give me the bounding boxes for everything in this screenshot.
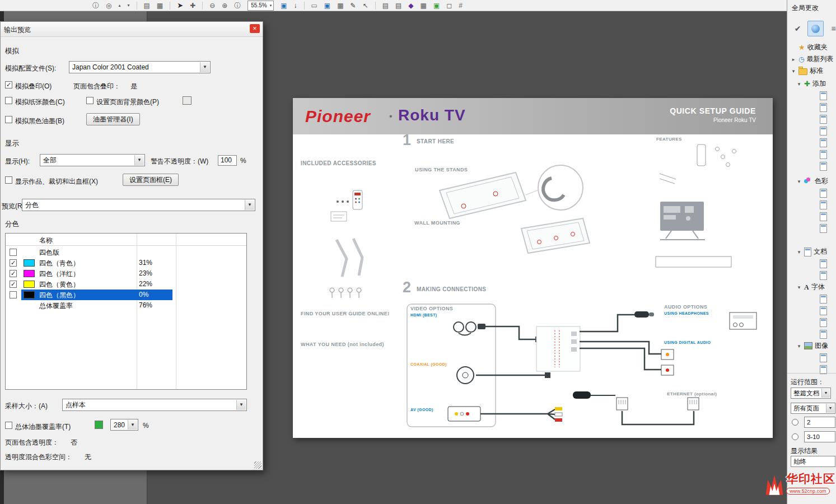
plate-checkbox[interactable] <box>10 291 17 298</box>
tree-sub-item[interactable] <box>787 148 836 160</box>
set-background-color-checkbox[interactable] <box>86 97 94 104</box>
page-range-radio-2[interactable] <box>792 433 798 440</box>
grid-view-icon[interactable]: ▦ <box>337 2 343 9</box>
tree-sub-item[interactable] <box>787 222 836 234</box>
text-select-icon[interactable]: ▭ <box>311 2 317 9</box>
measure-icon[interactable]: # <box>459 2 463 9</box>
collapse-arrow-icon[interactable]: ▾ <box>796 179 802 184</box>
tree-item-add[interactable]: ▾ ✚ 添加 <box>787 78 836 90</box>
collapse-arrow-icon[interactable]: ▾ <box>796 81 802 87</box>
simulate-black-ink-checkbox[interactable] <box>5 116 12 123</box>
target-icon[interactable]: ◎ <box>106 2 111 9</box>
tree-item-font[interactable]: ▾ A 字体 <box>787 281 836 293</box>
tree-sub-item[interactable] <box>787 328 836 340</box>
tree-sub-item[interactable] <box>787 125 836 137</box>
global-changes-button[interactable] <box>807 21 824 36</box>
tree-item-document[interactable]: ▾ 文档 <box>787 246 836 258</box>
collapse-arrow-icon[interactable]: ▾ <box>791 68 796 74</box>
undo-arrow-icon[interactable]: ↖ <box>363 2 368 9</box>
single-page-icon[interactable]: ▤ <box>144 2 150 9</box>
background-color-swatch[interactable] <box>183 96 192 105</box>
down-arrow-icon[interactable]: ↓ <box>294 2 297 9</box>
stamp-icon[interactable]: ◆ <box>408 2 413 9</box>
page-range-radio-1[interactable] <box>792 419 798 426</box>
tree-sub-item[interactable] <box>787 316 836 328</box>
tree-sub-item[interactable] <box>787 187 836 199</box>
set-page-boxes-button[interactable]: 设置页面框(E) <box>123 174 179 186</box>
tree-sub-item[interactable] <box>787 199 836 211</box>
show-results-select[interactable]: 始终 <box>791 456 835 467</box>
tree-sub-item[interactable] <box>787 90 836 101</box>
preview-mode-select[interactable]: 分色 ▼ <box>22 199 255 211</box>
total-ink-coverage-checkbox[interactable] <box>5 422 12 429</box>
separation-row[interactable]: 四色版 <box>6 247 246 258</box>
tree-sub-item[interactable] <box>787 293 836 305</box>
select-cursor-icon[interactable]: ➤ <box>177 2 183 9</box>
tree-item-color[interactable]: ▾ 色彩 <box>787 175 836 187</box>
tree-sub-item[interactable] <box>787 352 836 363</box>
expand-arrow-icon[interactable]: ▸ <box>791 57 796 62</box>
tree-sub-item[interactable] <box>787 211 836 222</box>
pages-select[interactable]: 所有页面 ▼ <box>791 403 835 414</box>
scroll-down-icon[interactable]: ▾ <box>128 3 130 8</box>
info-icon[interactable]: ⓘ <box>92 2 99 9</box>
page-range-input-1[interactable]: 2 <box>804 417 835 428</box>
document-icon[interactable]: ▤ <box>382 2 389 9</box>
comment-icon[interactable]: ◻ <box>446 2 452 9</box>
tree-sub-item[interactable] <box>787 160 836 172</box>
separation-row[interactable]: ✓ 四色（青色） 31% <box>6 258 246 268</box>
hand-tool-icon[interactable]: ✚ <box>190 2 195 9</box>
tree-item-standard[interactable]: ▾ 标准 <box>787 65 836 77</box>
tree-sub-item[interactable] <box>787 113 836 125</box>
tree-sub-item[interactable] <box>787 101 836 113</box>
sample-size-select[interactable]: 点样本 ▼ <box>62 399 247 411</box>
show-boxes-checkbox[interactable] <box>5 176 12 184</box>
collapse-arrow-icon[interactable]: ▾ <box>796 249 802 255</box>
plate-checkbox[interactable] <box>10 249 17 256</box>
separations-table[interactable]: 名称 四色版 ✓ 四色（青色） 31% ✓ 四色（洋红） 23% ✓ 四色（黄色… <box>5 233 247 390</box>
help-icon[interactable]: ⓘ <box>234 2 241 9</box>
tree-item-image[interactable]: ▾ 图像 <box>787 340 836 352</box>
collapse-arrow-icon[interactable]: ▾ <box>796 284 802 290</box>
page-fit-icon[interactable]: ▣ <box>281 2 287 9</box>
ink-warning-color-swatch[interactable] <box>95 421 103 429</box>
two-page-icon[interactable]: ▦ <box>157 2 163 9</box>
zoom-spinner-icon[interactable]: ▾ <box>270 3 272 7</box>
color-swatch-icon[interactable]: ▣ <box>433 2 440 9</box>
separation-row[interactable]: ✓ 四色（黄色） 22% <box>6 279 246 290</box>
snapshot-icon[interactable]: ▣ <box>324 2 330 9</box>
total-ink-value-select[interactable]: 280 ▼ <box>110 419 138 431</box>
scroll-up-icon[interactable]: ▴ <box>118 3 120 8</box>
simulate-overprint-checkbox[interactable]: ✓ <box>5 81 12 88</box>
page-range-input-2[interactable]: 3-10 <box>804 431 835 442</box>
simulation-profile-select[interactable]: Japan Color 2001 Coated ▼ <box>69 61 211 73</box>
pdf-page[interactable]: Pioneer • Roku TV QUICK SETUP GUIDE Pion… <box>293 98 773 438</box>
apply-changes-button[interactable]: ✔ <box>790 21 806 36</box>
tree-item-favorites[interactable]: ★ 收藏夹 <box>787 41 836 53</box>
tree-sub-item[interactable] <box>787 258 836 269</box>
zoom-level-select[interactable]: 55.5% ▾ <box>247 1 274 11</box>
close-button[interactable]: ✕ <box>250 24 260 33</box>
show-select[interactable]: 全部 ▼ <box>40 154 145 166</box>
ink-manager-button[interactable]: 油墨管理器(I) <box>86 113 140 125</box>
table-icon[interactable]: ▦ <box>421 2 427 9</box>
plate-checkbox[interactable]: ✓ <box>10 259 17 267</box>
collapse-arrow-icon[interactable]: ▾ <box>796 343 802 349</box>
separation-row[interactable]: ✓ 四色（洋红） 23% <box>6 268 246 279</box>
resize-grip[interactable] <box>254 461 261 469</box>
plate-checkbox[interactable]: ✓ <box>10 281 17 288</box>
tree-sub-item[interactable] <box>787 269 836 281</box>
plate-checkbox[interactable]: ✓ <box>10 270 17 277</box>
separation-row-selected[interactable]: 四色（黑色） 0% <box>6 290 246 300</box>
zoom-out-icon[interactable]: ⊖ <box>209 2 215 9</box>
warning-opacity-input[interactable]: 100 <box>218 155 237 166</box>
export-icon[interactable]: ▤ <box>395 2 401 9</box>
tree-sub-item[interactable] <box>787 305 836 316</box>
edit-icon[interactable]: ✎ <box>351 2 356 9</box>
zoom-in-icon[interactable]: ⊕ <box>222 2 227 9</box>
tree-item-recent[interactable]: ▸ ◷ 最新列表 <box>787 53 836 65</box>
run-scope-select[interactable]: 整篇文档 ▼ <box>791 388 831 399</box>
tree-sub-item[interactable] <box>787 137 836 148</box>
panel-menu-button[interactable]: ≡ <box>825 21 836 36</box>
dialog-titlebar[interactable]: 输出预览 ✕ <box>1 22 263 37</box>
